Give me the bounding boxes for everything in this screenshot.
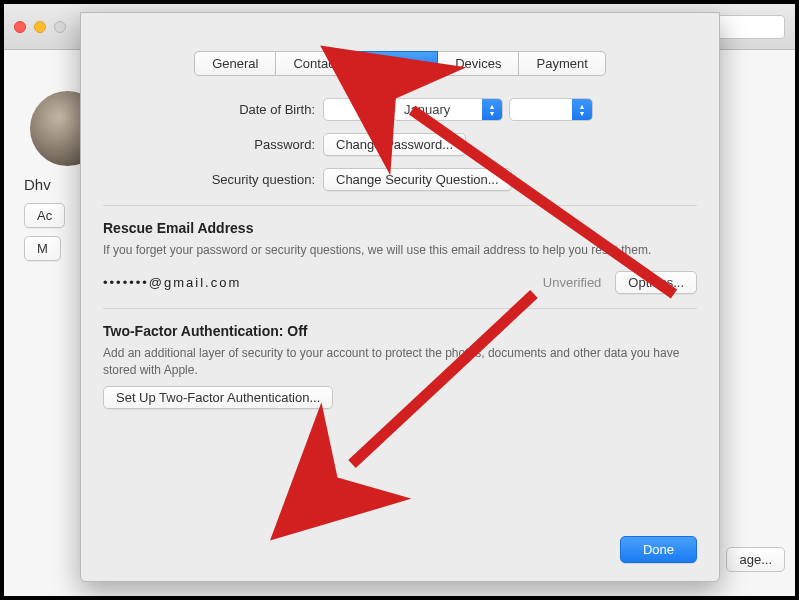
account-details-sheet: General Contact Security Devices Payment… xyxy=(80,12,720,582)
window-controls xyxy=(14,21,66,33)
tab-contact[interactable]: Contact xyxy=(276,51,356,76)
divider xyxy=(103,308,697,309)
rescue-email-desc: If you forget your password or security … xyxy=(103,242,697,259)
rescue-email-value: •••••••@gmail.com xyxy=(103,275,241,290)
security-question-row: Security question: Change Security Quest… xyxy=(103,168,697,191)
password-label: Password: xyxy=(103,137,323,152)
manage-storage-button[interactable]: age... xyxy=(726,547,785,572)
dob-year-popup[interactable]: ▲▼ xyxy=(509,98,593,121)
setup-twofa-button[interactable]: Set Up Two-Factor Authentication... xyxy=(103,386,333,409)
chevron-updown-icon: ▲▼ xyxy=(482,98,502,121)
rescue-email-options-button[interactable]: Options... xyxy=(615,271,697,294)
rescue-email-status: Unverified xyxy=(543,275,602,290)
dob-label: Date of Birth: xyxy=(103,102,323,117)
minimize-icon[interactable] xyxy=(34,21,46,33)
close-icon[interactable] xyxy=(14,21,26,33)
dob-month-value: January xyxy=(404,102,474,117)
password-row: Password: Change Password... xyxy=(103,133,697,156)
tabs: General Contact Security Devices Payment xyxy=(103,51,697,76)
dob-row: Date of Birth: ▲▼ January ▲▼ ▲▼ xyxy=(103,98,697,121)
security-question-label: Security question: xyxy=(103,172,323,187)
done-button[interactable]: Done xyxy=(620,536,697,563)
tab-devices[interactable]: Devices xyxy=(438,51,519,76)
tab-general[interactable]: General xyxy=(194,51,276,76)
twofa-heading: Two-Factor Authentication: Off xyxy=(103,323,697,339)
change-password-button[interactable]: Change Password... xyxy=(323,133,466,156)
chevron-updown-icon: ▲▼ xyxy=(572,98,592,121)
manage-button[interactable]: M xyxy=(24,236,61,261)
zoom-icon[interactable] xyxy=(54,21,66,33)
chevron-updown-icon: ▲▼ xyxy=(366,98,386,121)
tab-security[interactable]: Security xyxy=(356,51,438,76)
divider xyxy=(103,205,697,206)
rescue-email-heading: Rescue Email Address xyxy=(103,220,697,236)
twofa-desc: Add an additional layer of security to y… xyxy=(103,345,697,379)
dob-month-popup[interactable]: January ▲▼ xyxy=(393,98,503,121)
rescue-email-row: •••••••@gmail.com Unverified Options... xyxy=(103,271,697,294)
dob-day-popup[interactable]: ▲▼ xyxy=(323,98,387,121)
tab-payment[interactable]: Payment xyxy=(519,51,605,76)
account-details-button[interactable]: Ac xyxy=(24,203,65,228)
change-security-question-button[interactable]: Change Security Question... xyxy=(323,168,512,191)
